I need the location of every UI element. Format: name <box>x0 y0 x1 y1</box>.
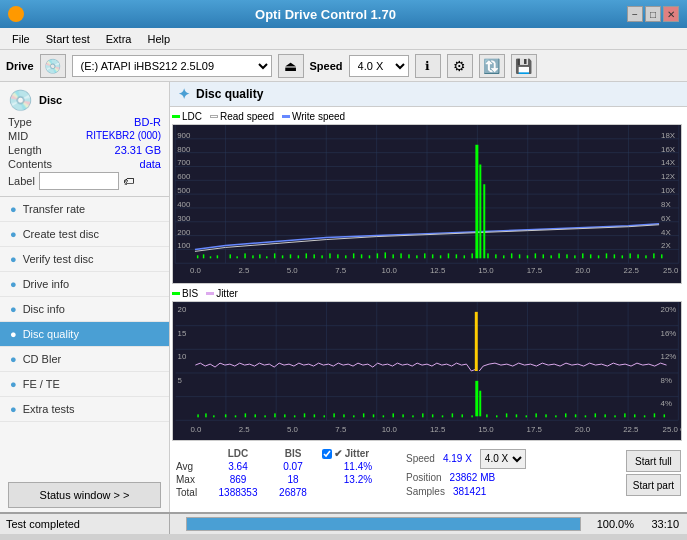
bis-col-header: BIS <box>268 447 318 460</box>
svg-rect-51 <box>197 255 198 258</box>
svg-rect-89 <box>483 184 485 258</box>
nav-transfer-rate[interactable]: ● Transfer rate <box>0 197 169 222</box>
svg-text:15: 15 <box>178 329 187 338</box>
svg-rect-163 <box>314 414 315 417</box>
svg-text:12.5: 12.5 <box>430 266 446 275</box>
svg-rect-102 <box>582 253 583 258</box>
nav-cd-bler[interactable]: ● CD Bler <box>0 347 169 372</box>
minimize-button[interactable]: − <box>627 6 643 22</box>
svg-text:20.0: 20.0 <box>575 266 591 275</box>
drive-label: Drive <box>6 60 34 72</box>
svg-rect-173 <box>412 415 413 417</box>
svg-rect-172 <box>402 414 403 417</box>
svg-rect-109 <box>637 254 638 258</box>
drive-toolbar: Drive 💿 (E:) ATAPI iHBS212 2.5L09 ⏏ Spee… <box>0 50 687 82</box>
chart1-container: LDC Read speed Write speed <box>172 111 685 286</box>
nav-extra-tests[interactable]: ● Extra tests <box>0 397 169 422</box>
bottom-status-left: Test completed <box>0 514 170 534</box>
stats-total-row: Total 1388353 26878 <box>172 486 398 499</box>
svg-rect-155 <box>235 415 236 417</box>
position-label: Position <box>406 472 442 483</box>
start-part-button[interactable]: Start part <box>626 474 681 496</box>
start-full-button[interactable]: Start full <box>626 450 681 472</box>
svg-rect-187 <box>535 413 536 417</box>
svg-rect-190 <box>565 413 566 417</box>
jitter-checkbox[interactable] <box>322 449 332 459</box>
bottom-status-right: 100.0% 33:10 <box>170 514 687 534</box>
disc-contents-row: Contents data <box>8 158 161 170</box>
close-button[interactable]: ✕ <box>663 6 679 22</box>
drive-select[interactable]: (E:) ATAPI iHBS212 2.5L09 <box>72 55 272 77</box>
svg-text:700: 700 <box>177 158 191 167</box>
disc-icon: 💿 <box>8 88 33 112</box>
svg-rect-100 <box>566 254 567 258</box>
svg-rect-160 <box>284 414 285 417</box>
legend-write-speed: Write speed <box>282 111 345 122</box>
chart1-legend: LDC Read speed Write speed <box>172 111 685 122</box>
svg-text:25.0 GB: 25.0 GB <box>663 266 682 275</box>
settings-button[interactable]: ⚙ <box>447 54 473 78</box>
read-speed-color-dot <box>210 115 218 118</box>
disc-type-row: Type BD-R <box>8 116 161 128</box>
content-area: ✦ Disc quality LDC Read speed <box>170 82 687 512</box>
refresh-button[interactable]: 🔃 <box>479 54 505 78</box>
svg-rect-184 <box>506 413 507 417</box>
max-ldc: 869 <box>208 473 268 486</box>
legend-jitter: Jitter <box>206 288 238 299</box>
menu-file[interactable]: File <box>4 31 38 47</box>
stats-avg-row: Avg 3.64 0.07 11.4% <box>172 460 398 473</box>
speed-info-select[interactable]: 4.0 X <box>480 449 526 469</box>
jitter-col-header: ✔ Jitter <box>318 447 398 460</box>
maximize-button[interactable]: □ <box>645 6 661 22</box>
nav-fe-te[interactable]: ● FE / TE <box>0 372 169 397</box>
nav-drive-info[interactable]: ● Drive info <box>0 272 169 297</box>
info-button[interactable]: ℹ <box>415 54 441 78</box>
svg-rect-94 <box>519 254 520 258</box>
svg-text:200: 200 <box>177 228 191 237</box>
nav-create-test-disc[interactable]: ● Create test disc <box>0 222 169 247</box>
svg-rect-76 <box>392 254 393 258</box>
svg-rect-196 <box>624 413 625 417</box>
svg-rect-188 <box>545 414 546 417</box>
svg-rect-86 <box>471 253 472 258</box>
menu-help[interactable]: Help <box>139 31 178 47</box>
svg-rect-104 <box>598 255 599 258</box>
svg-text:8%: 8% <box>661 376 672 385</box>
svg-rect-180 <box>475 381 478 416</box>
svg-rect-165 <box>333 413 334 417</box>
menu-start-test[interactable]: Start test <box>38 31 98 47</box>
menu-extra[interactable]: Extra <box>98 31 140 47</box>
svg-rect-110 <box>645 255 646 258</box>
nav-disc-quality[interactable]: ● Disc quality <box>0 322 169 347</box>
svg-text:300: 300 <box>177 214 191 223</box>
drive-icon-btn[interactable]: 💿 <box>40 54 66 78</box>
svg-text:14X: 14X <box>661 158 676 167</box>
svg-rect-179 <box>471 415 472 417</box>
speed-info-label: Speed <box>406 453 435 464</box>
svg-rect-103 <box>590 254 591 258</box>
speed-select[interactable]: 4.0 X <box>349 55 409 77</box>
nav-disc-info[interactable]: ● Disc info <box>0 297 169 322</box>
svg-rect-55 <box>230 254 231 258</box>
nav-verify-test-disc[interactable]: ● Verify test disc <box>0 247 169 272</box>
svg-rect-71 <box>353 253 354 258</box>
quality-icon: ✦ <box>178 86 190 102</box>
svg-rect-164 <box>324 415 325 417</box>
save-button[interactable]: 💾 <box>511 54 537 78</box>
svg-rect-174 <box>422 413 423 417</box>
disc-length-value: 23.31 GB <box>115 144 161 156</box>
svg-rect-99 <box>558 253 559 258</box>
disc-label-icon[interactable]: 🏷 <box>123 175 134 187</box>
svg-text:17.5: 17.5 <box>527 425 543 434</box>
avg-bis: 0.07 <box>268 460 318 473</box>
speed-info-panel: Speed 4.19 X 4.0 X Position 23862 MB Sam… <box>402 447 622 499</box>
svg-text:0.0: 0.0 <box>190 266 202 275</box>
eject-button[interactable]: ⏏ <box>278 54 304 78</box>
svg-rect-66 <box>313 254 314 258</box>
svg-text:16%: 16% <box>661 329 677 338</box>
disc-label-input[interactable] <box>39 172 119 190</box>
stats-row: LDC BIS ✔ Jitter Avg 3.64 0.07 <box>172 447 685 499</box>
speed-info-value: 4.19 X <box>443 453 472 464</box>
svg-rect-151 <box>197 414 198 417</box>
status-window-button[interactable]: Status window > > <box>8 482 161 508</box>
